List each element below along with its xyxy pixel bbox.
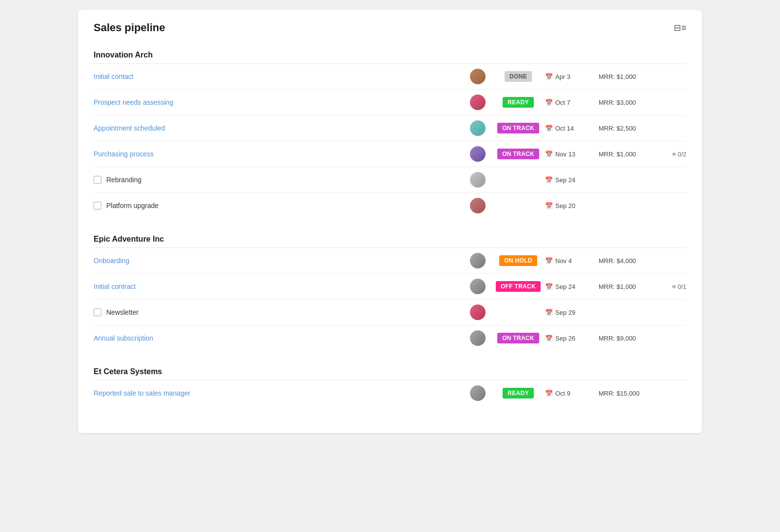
row-mrr-col: MRR: $1,000 (599, 151, 657, 158)
row-name-col: Platform upgrade (94, 202, 464, 209)
row-name-col: Appointment scheduled (94, 124, 464, 132)
row-checkbox[interactable] (94, 176, 101, 184)
avatar (470, 172, 486, 188)
calendar-icon: 📅 (545, 73, 553, 80)
row-avatar-col (464, 198, 491, 213)
row-name-link[interactable]: Initial contact (94, 73, 134, 80)
status-badge: ON TRACK (497, 123, 539, 133)
status-badge: READY (503, 97, 534, 108)
date-text: Oct 14 (555, 125, 574, 132)
row-status-col: ON HOLD (491, 255, 545, 266)
table-row: Appointment scheduledON TRACK📅Oct 14MRR:… (94, 115, 686, 141)
row-avatar-col (464, 172, 491, 188)
row-avatar-col (464, 304, 491, 320)
section-title: Epic Adventure Inc (94, 230, 686, 248)
row-checkbox[interactable] (94, 308, 101, 316)
row-name-link[interactable]: Reported sale to sales manager (94, 389, 190, 397)
row-name-col: Initial contract (94, 283, 464, 290)
row-date-col: 📅Oct 9 (545, 390, 599, 397)
row-date-col: 📅Nov 4 (545, 257, 599, 265)
row-mrr-col: MRR: $1,000 (599, 73, 657, 80)
row-tasks-col[interactable]: ≡ 0/1 (657, 283, 686, 290)
status-badge: ON TRACK (497, 149, 539, 159)
row-name-text: Rebranding (106, 176, 141, 184)
row-status-col: READY (491, 388, 545, 399)
avatar (470, 330, 486, 346)
row-mrr-col: MRR: $1,000 (599, 283, 657, 290)
row-avatar-col (464, 120, 491, 136)
sections-container: Innovation ArchInitial contactDONE📅Apr 3… (94, 46, 686, 406)
status-badge: OFF TRACK (496, 281, 541, 292)
avatar (470, 120, 486, 136)
avatar (470, 385, 486, 401)
row-name-text: Platform upgrade (106, 202, 158, 209)
row-name-link[interactable]: Annual subscription (94, 334, 153, 342)
row-status-col: ON TRACK (491, 123, 545, 133)
calendar-icon: 📅 (545, 335, 553, 342)
status-badge: DONE (505, 71, 532, 82)
date-text: Sep 24 (555, 283, 575, 290)
table-row: Initial contractOFF TRACK📅Sep 24MRR: $1,… (94, 274, 686, 300)
row-tasks-col[interactable]: ≡ 0/2 (657, 151, 686, 158)
row-name-link[interactable]: Initial contract (94, 283, 136, 290)
row-status-col: DONE (491, 71, 545, 82)
row-avatar-col (464, 253, 491, 268)
status-badge: READY (503, 388, 534, 399)
avatar (470, 304, 486, 320)
calendar-icon: 📅 (545, 283, 553, 290)
row-date-col: 📅Oct 7 (545, 99, 599, 106)
date-text: Oct 7 (555, 99, 570, 106)
table-row: OnboardingON HOLD📅Nov 4MRR: $4,000 (94, 248, 686, 274)
row-avatar-col (464, 95, 491, 110)
row-avatar-col (464, 279, 491, 294)
calendar-icon: 📅 (545, 390, 553, 397)
row-name-link[interactable]: Purchasing process (94, 150, 154, 158)
table-row: Initial contactDONE📅Apr 3MRR: $1,000 (94, 64, 686, 90)
section-title: Et Cetera Systems (94, 362, 686, 380)
table-row: Prospect needs assessingREADY📅Oct 7MRR: … (94, 90, 686, 115)
row-checkbox[interactable] (94, 202, 101, 209)
status-badge: ON TRACK (497, 333, 539, 343)
table-row: Rebranding📅Sep 24 (94, 167, 686, 193)
row-avatar-col (464, 385, 491, 401)
row-date-col: 📅Nov 13 (545, 151, 599, 158)
date-text: Sep 24 (555, 176, 575, 184)
calendar-icon: 📅 (545, 151, 553, 158)
row-name-text: Newsletter (106, 308, 138, 316)
row-status-col: ON TRACK (491, 333, 545, 343)
table-row: Platform upgrade📅Sep 20 (94, 193, 686, 218)
section-title: Innovation Arch (94, 46, 686, 64)
status-badge: ON HOLD (499, 255, 537, 266)
section-et-cetera: Et Cetera SystemsReported sale to sales … (94, 362, 686, 406)
table-row: Annual subscriptionON TRACK📅Sep 26MRR: $… (94, 325, 686, 351)
avatar (470, 95, 486, 110)
row-mrr-col: MRR: $15,000 (599, 390, 657, 397)
filter-icon[interactable]: ⊟≡ (674, 22, 686, 33)
avatar (470, 146, 486, 162)
row-mrr-col: MRR: $9,000 (599, 335, 657, 342)
row-name-col: Prospect needs assessing (94, 98, 464, 106)
table-row: Newsletter📅Sep 29 (94, 300, 686, 325)
calendar-icon: 📅 (545, 176, 553, 184)
row-name-link[interactable]: Appointment scheduled (94, 124, 165, 132)
page-title: Sales pipeline (94, 21, 165, 34)
row-mrr-col: MRR: $4,000 (599, 257, 657, 265)
row-avatar-col (464, 330, 491, 346)
main-container: Sales pipeline ⊟≡ Innovation ArchInitial… (78, 10, 702, 433)
row-mrr-col: MRR: $2,500 (599, 125, 657, 132)
row-name-link[interactable]: Prospect needs assessing (94, 98, 173, 106)
row-status-col: READY (491, 97, 545, 108)
date-text: Nov 13 (555, 151, 575, 158)
table-row: Reported sale to sales managerREADY📅Oct … (94, 380, 686, 406)
row-name-col: Onboarding (94, 257, 464, 265)
section-innovation-arch: Innovation ArchInitial contactDONE📅Apr 3… (94, 46, 686, 218)
row-date-col: 📅Sep 29 (545, 309, 599, 316)
row-avatar-col (464, 146, 491, 162)
row-name-col: Newsletter (94, 308, 464, 316)
avatar (470, 69, 486, 84)
row-date-col: 📅Sep 24 (545, 176, 599, 184)
row-name-link[interactable]: Onboarding (94, 257, 129, 265)
date-text: Sep 20 (555, 202, 575, 209)
row-name-col: Purchasing process (94, 150, 464, 158)
row-date-col: 📅Sep 20 (545, 202, 599, 209)
